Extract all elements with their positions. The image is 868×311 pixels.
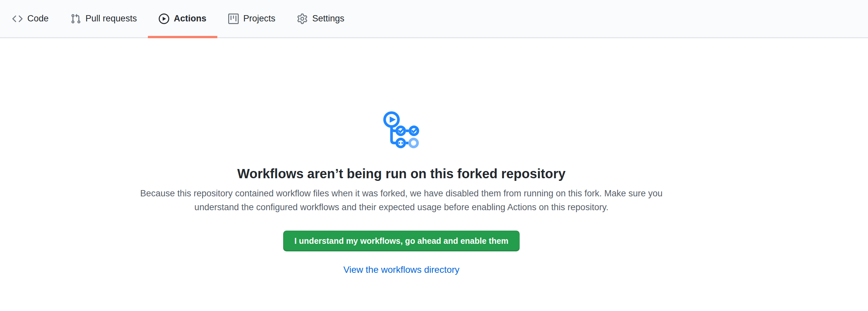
tab-label: Actions (174, 14, 207, 23)
repo-tab-nav: Code Pull requests Actions Projects Sett… (0, 0, 868, 38)
enable-workflows-button[interactable]: I understand my workflows, go ahead and … (283, 230, 520, 251)
link-row: View the workflows directory (0, 265, 803, 275)
actions-disabled-blankslate: Workflows aren’t being run on this forke… (0, 38, 803, 275)
project-icon (228, 13, 239, 24)
code-icon (12, 13, 23, 24)
tab-label: Settings (312, 14, 344, 23)
workflow-graph-icon (383, 111, 420, 148)
tab-code[interactable]: Code (1, 0, 60, 37)
tab-label: Projects (243, 14, 276, 23)
git-pull-request-icon (70, 13, 81, 24)
tab-label: Pull requests (86, 14, 137, 23)
page-title: Workflows aren’t being run on this forke… (0, 165, 803, 182)
page-description: Because this repository contained workfl… (131, 186, 672, 214)
workflows-directory-link[interactable]: View the workflows directory (343, 265, 460, 275)
play-circle-icon (159, 13, 169, 24)
tab-pull-requests[interactable]: Pull requests (60, 0, 148, 37)
tab-projects[interactable]: Projects (217, 0, 286, 37)
tab-actions[interactable]: Actions (148, 0, 217, 37)
tab-settings[interactable]: Settings (286, 0, 355, 37)
tab-label: Code (27, 14, 49, 23)
gear-icon (297, 13, 308, 24)
